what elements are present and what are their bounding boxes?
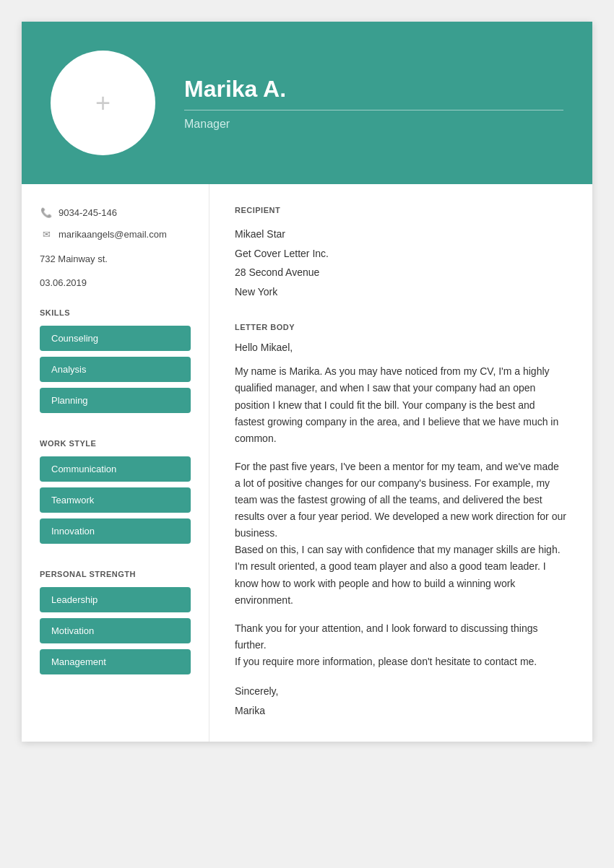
letter-greeting: Hello Mikael, xyxy=(235,342,567,353)
work-style-title: WORK STYLE xyxy=(40,439,191,448)
skill-planning[interactable]: Planning xyxy=(40,388,191,413)
header-section: + Marika A. Manager xyxy=(22,22,592,184)
phone-icon xyxy=(40,206,53,219)
address: 732 Mainway st. xyxy=(40,253,191,264)
candidate-title: Manager xyxy=(184,118,563,131)
skills-title: SKILLS xyxy=(40,308,191,317)
skill-innovation[interactable]: Innovation xyxy=(40,518,191,544)
recipient-title: RECIPIENT xyxy=(235,206,567,214)
personal-strength-section: PERSONAL STRENGTH Leadership Motivation … xyxy=(40,570,191,680)
recipient-address: 28 Second Avenue xyxy=(235,263,567,282)
personal-strength-title: PERSONAL STRENGTH xyxy=(40,570,191,578)
main-content: RECIPIENT Mikael Star Get Cover Letter I… xyxy=(209,184,592,742)
skill-communication[interactable]: Communication xyxy=(40,456,191,482)
candidate-name: Marika A. xyxy=(184,76,563,103)
skill-motivation[interactable]: Motivation xyxy=(40,618,191,643)
recipient-block: RECIPIENT Mikael Star Get Cover Letter I… xyxy=(235,206,567,301)
skill-management[interactable]: Management xyxy=(40,649,191,674)
email-icon xyxy=(40,227,53,240)
email-address: marikaangels@email.com xyxy=(59,229,167,240)
recipient-city: New York xyxy=(235,282,567,302)
sidebar: 9034-245-146 marikaangels@email.com 732 … xyxy=(22,184,209,742)
skill-leadership[interactable]: Leadership xyxy=(40,587,191,612)
work-style-section: WORK STYLE Communication Teamwork Innova… xyxy=(40,439,191,550)
phone-number: 9034-245-146 xyxy=(59,207,117,218)
skill-analysis[interactable]: Analysis xyxy=(40,357,191,382)
letter-body-title: LETTER BODY xyxy=(235,323,567,331)
letter-body-section: LETTER BODY Hello Mikael, My name is Mar… xyxy=(235,323,567,720)
letter-paragraph-1: My name is Marika. As you may have notic… xyxy=(235,363,567,446)
email-item: marikaangels@email.com xyxy=(40,227,191,240)
header-divider xyxy=(184,110,563,110)
letter-closing: Sincerely, Marika xyxy=(235,682,567,720)
skill-teamwork[interactable]: Teamwork xyxy=(40,487,191,513)
resume-page: + Marika A. Manager 9034-245-146 marikaa… xyxy=(22,22,592,742)
letter-paragraph-2: For the past five years, I've been a men… xyxy=(235,459,567,609)
skill-counseling[interactable]: Counseling xyxy=(40,326,191,351)
header-info: Marika A. Manager xyxy=(184,76,563,131)
recipient-company: Get Cover Letter Inc. xyxy=(235,244,567,264)
phone-item: 9034-245-146 xyxy=(40,206,191,219)
avatar[interactable]: + xyxy=(51,51,155,155)
closing-name: Marika xyxy=(235,701,567,721)
avatar-plus-icon: + xyxy=(95,90,111,116)
closing-sincerely: Sincerely, xyxy=(235,682,567,701)
letter-paragraph-3: Thank you for your attention, and I look… xyxy=(235,620,567,670)
skills-section: SKILLS Counseling Analysis Planning xyxy=(40,308,191,419)
date: 03.06.2019 xyxy=(40,277,191,288)
recipient-name: Mikael Star xyxy=(235,225,567,244)
body-section: 9034-245-146 marikaangels@email.com 732 … xyxy=(22,184,592,742)
